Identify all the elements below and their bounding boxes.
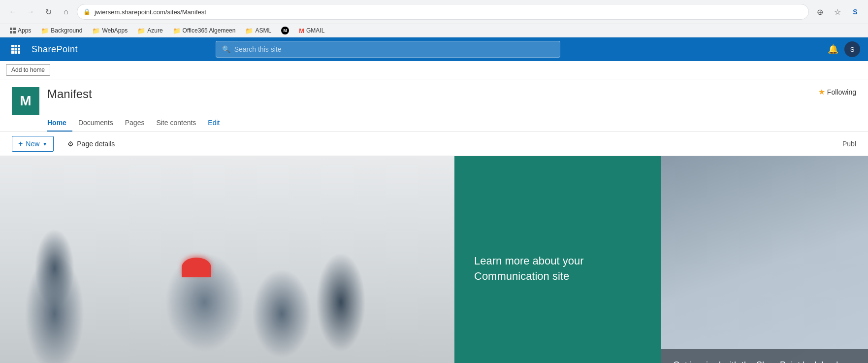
bookmark-asml-label: ASML: [255, 27, 271, 34]
profile-icon[interactable]: S: [848, 5, 862, 19]
svg-rect-1: [15, 45, 17, 47]
publish-area: Publ: [842, 140, 856, 148]
publish-label: Publ: [842, 140, 856, 148]
hero-right-overlay: Get inspired with the SharePoint look bo…: [661, 349, 868, 363]
sharepoint-logo[interactable]: SharePoint: [32, 44, 78, 55]
back-button[interactable]: ←: [6, 5, 20, 19]
site-header-right: ★ Following: [818, 87, 856, 100]
hero-teal-title: Learn more about your Communication site: [474, 254, 642, 284]
folder-icon-office365: 📁: [173, 27, 181, 34]
bookmark-apps[interactable]: Apps: [6, 26, 35, 35]
svg-rect-8: [18, 51, 20, 54]
site-logo-letter: M: [20, 93, 31, 109]
add-to-home-bar: Add to home: [0, 61, 868, 79]
site-title: Manifest: [47, 87, 92, 101]
browser-actions: ⊕ ☆ S: [813, 5, 862, 19]
sharepoint-header: SharePoint 🔍 🔔 S: [0, 37, 868, 61]
bookmark-azure[interactable]: 📁 Azure: [133, 26, 166, 35]
site-header-row: M Manifest ★ Following: [0, 79, 868, 115]
gear-icon: ⚙: [67, 140, 74, 148]
new-button[interactable]: + New ▼: [12, 136, 54, 152]
svg-rect-5: [18, 48, 20, 51]
bookmark-apps-label: Apps: [18, 27, 31, 34]
search-icon: 🔍: [222, 45, 230, 53]
folder-icon-asml: 📁: [245, 27, 253, 34]
star-icon: ★: [818, 87, 825, 97]
browser-chrome: ← → ↻ ⌂ 🔒 jwiersem.sharepoint.com/sites/…: [0, 0, 868, 37]
folder-icon-webapps: 📁: [92, 27, 100, 34]
svg-rect-0: [11, 45, 14, 47]
search-bar[interactable]: 🔍: [216, 41, 560, 58]
folder-icon-azure: 📁: [137, 27, 145, 34]
hero-right-panel[interactable]: Get inspired with the SharePoint look bo…: [661, 156, 868, 363]
hero-teal-panel[interactable]: Learn more about your Communication site: [454, 156, 661, 363]
profile-avatar[interactable]: S: [844, 41, 860, 57]
hero-section: Learn more about your Communication site…: [0, 156, 868, 363]
header-right-area: 🔔 S: [828, 41, 860, 57]
nav-item-edit[interactable]: Edit: [202, 115, 225, 132]
site-navigation: Home Documents Pages Site contents Edit: [0, 115, 868, 132]
apps-grid-icon: [10, 28, 16, 33]
hero-image-left: [0, 156, 454, 363]
plus-icon: +: [18, 139, 23, 148]
cast-icon[interactable]: ⊕: [813, 5, 827, 19]
notification-bell-icon[interactable]: 🔔: [828, 44, 838, 55]
new-button-label: New: [26, 140, 39, 148]
refresh-button[interactable]: ↻: [41, 5, 55, 19]
browser-toolbar: ← → ↻ ⌂ 🔒 jwiersem.sharepoint.com/sites/…: [0, 0, 868, 24]
bookmark-gmail-label: GMAIL: [306, 27, 324, 34]
address-bar[interactable]: 🔒 jwiersem.sharepoint.com/sites/Manifest: [77, 4, 809, 20]
nav-item-pages[interactable]: Pages: [119, 115, 151, 132]
following-label: Following: [827, 88, 856, 96]
svg-rect-4: [15, 48, 17, 51]
bookmark-azure-label: Azure: [147, 27, 162, 34]
following-button[interactable]: ★ Following: [818, 87, 856, 97]
page-details-label: Page details: [77, 140, 115, 148]
gmail-icon: M: [299, 27, 304, 34]
hero-right-title: Get inspired with the SharePoint look bo…: [673, 359, 856, 363]
waffle-icon[interactable]: [8, 41, 24, 57]
bookmark-webapps[interactable]: 📁 WebApps: [88, 26, 131, 35]
add-to-home-button[interactable]: Add to home: [6, 64, 50, 76]
site-identity-area: M Manifest: [12, 87, 92, 115]
bookmark-webapps-label: WebApps: [102, 27, 128, 34]
bookmark-asml[interactable]: 📁 ASML: [241, 26, 275, 35]
bookmark-star-icon[interactable]: ☆: [831, 5, 844, 19]
bookmark-office365-label: Office365 Algemeen: [183, 27, 236, 34]
site-logo: M: [12, 87, 39, 115]
url-text: jwiersem.sharepoint.com/sites/Manifest: [95, 8, 803, 16]
lock-icon: 🔒: [83, 8, 91, 15]
bookmark-background[interactable]: 📁 Background: [37, 26, 86, 35]
profile-initials: S: [850, 46, 855, 53]
folder-icon-background: 📁: [41, 27, 49, 34]
bookmark-background-label: Background: [51, 27, 82, 34]
chevron-down-icon: ▼: [42, 141, 47, 147]
bookmark-monday[interactable]: M: [277, 26, 293, 35]
nav-item-site-contents[interactable]: Site contents: [150, 115, 202, 132]
site-title-area: Manifest: [47, 87, 92, 104]
page-details-button[interactable]: ⚙ Page details: [62, 137, 121, 151]
svg-rect-6: [11, 51, 14, 54]
bookmarks-bar: Apps 📁 Background 📁 WebApps 📁 Azure 📁 Of…: [0, 24, 868, 37]
forward-button[interactable]: →: [24, 5, 37, 19]
page-toolbar: + New ▼ ⚙ Page details Publ: [0, 132, 868, 156]
search-input[interactable]: [234, 45, 554, 53]
bookmark-office365[interactable]: 📁 Office365 Algemeen: [169, 26, 240, 35]
bookmark-gmail[interactable]: M GMAIL: [295, 26, 328, 35]
home-button[interactable]: ⌂: [59, 5, 73, 19]
nav-item-home[interactable]: Home: [47, 115, 72, 132]
svg-rect-3: [11, 48, 14, 51]
svg-rect-2: [18, 45, 20, 47]
nav-item-documents[interactable]: Documents: [72, 115, 119, 132]
monday-icon: M: [281, 27, 289, 34]
svg-rect-7: [15, 51, 17, 54]
